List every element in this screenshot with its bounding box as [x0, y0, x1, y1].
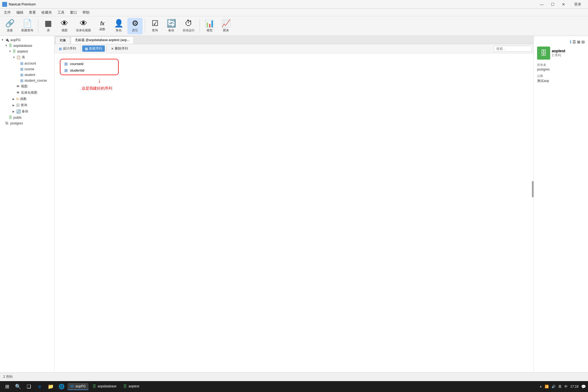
toolbar-other[interactable]: ⚙ 其它: [127, 18, 143, 34]
maximize-button[interactable]: ☐: [548, 1, 558, 8]
seq-icon-studentid: ▦: [64, 68, 68, 72]
design-sequence-button[interactable]: ▦ 设计序列: [56, 45, 79, 52]
sidebar-item-aoptest[interactable]: ▼ 🗄 aoptest: [0, 48, 54, 54]
menu-file[interactable]: 文件: [1, 9, 14, 16]
taskbar-aopdatabase-label: aopdatabase: [98, 384, 117, 388]
taskbar-edge[interactable]: e: [35, 382, 45, 391]
taskbar-system-area: ∧ 📶 🔊 英 中 17:19 💬: [540, 384, 586, 389]
sidebar-item-queries-folder[interactable]: ▶ ☑ 查询: [0, 102, 54, 108]
toolbar-chart[interactable]: 📈 图表: [218, 18, 234, 34]
search-input[interactable]: [494, 46, 532, 52]
expand-arrow-aoptest[interactable]: ▼: [9, 50, 13, 53]
sequence-item-studentid[interactable]: ▦ studentid: [62, 67, 117, 74]
status-bar: 2 序列: [0, 372, 588, 381]
toolbar-function[interactable]: fx 函数: [95, 18, 110, 34]
sidebar-item-account[interactable]: ▦ account: [0, 60, 54, 66]
minimize-button[interactable]: —: [537, 1, 547, 8]
tab-untitled-sequence[interactable]: 无标题 @aopdatabase.aoptest (aop...: [71, 36, 134, 44]
expand-arrow-tables[interactable]: ▼: [13, 56, 16, 59]
toolbar-new-query[interactable]: 📄 新建查询: [19, 18, 36, 34]
expand-arrow-aopdatabase[interactable]: ▼: [5, 44, 9, 47]
menu-favorites[interactable]: 收藏夹: [39, 9, 55, 16]
system-tray-sound[interactable]: 🔊: [552, 385, 556, 388]
postgres-icon: 🐘: [5, 121, 9, 125]
mat-views-folder-icon: 👁: [16, 91, 20, 95]
info-expand[interactable]: ⊞: [577, 40, 580, 44]
delete-sequence-button[interactable]: ✕ 删除序列: [108, 45, 131, 52]
sidebar-item-views-folder[interactable]: 👁 视图: [0, 83, 54, 90]
new-seq-icon: ▦: [85, 47, 88, 51]
toolbar-view[interactable]: 👁 视图: [57, 18, 72, 34]
annotation-arrow: ↑: [98, 78, 101, 85]
tables-folder-label: 表: [22, 55, 25, 60]
sidebar-item-functions-folder[interactable]: ▶ fx 函数: [0, 96, 54, 102]
aoptest-label: aoptest: [17, 50, 28, 53]
info-split[interactable]: ⊟: [581, 40, 585, 44]
sidebar-item-student[interactable]: ▦ student: [0, 72, 54, 78]
taskbar-chrome[interactable]: 🌐: [57, 382, 66, 391]
role-label: 角色: [116, 28, 122, 32]
course-label: course: [24, 67, 34, 71]
sidebar-item-backup-folder[interactable]: ▶ 🔄 备份: [0, 108, 54, 115]
expand-arrow-queries[interactable]: ▶: [13, 104, 16, 107]
sidebar-item-mat-views-folder[interactable]: 👁 实体化视图: [0, 90, 54, 96]
info-icon[interactable]: ℹ: [570, 39, 571, 44]
connection-icon: 🔌: [5, 38, 9, 42]
title-bar-left: Navicat Premium: [2, 2, 36, 7]
info-owner-section: 所有者 postgres: [537, 63, 585, 71]
new-sequence-button[interactable]: ▦ 新建序列: [82, 45, 105, 52]
toolbar-backup[interactable]: 🔄 备份: [164, 18, 179, 34]
menu-edit[interactable]: 编辑: [14, 9, 26, 16]
connect-label: 连接: [7, 28, 13, 32]
taskbar-aoptest[interactable]: 🗄 aoptest: [120, 383, 142, 390]
system-tray-up[interactable]: ∧: [540, 385, 542, 388]
sidebar-item-student-course[interactable]: ▦ student_course: [0, 78, 54, 83]
taskbar-aopdatabase-icon: 🗄: [92, 384, 96, 388]
sequence-item-courseid[interactable]: ▦ courseid: [62, 60, 117, 67]
toolbar-role[interactable]: 👤 角色: [111, 18, 126, 34]
sidebar-item-aoppg[interactable]: ▼ 🔌 aopPG: [0, 37, 54, 43]
student-course-label: student_course: [24, 79, 47, 82]
sidebar-item-public[interactable]: 🗄 public: [0, 115, 54, 120]
taskbar-aopdatabase[interactable]: 🗄 aopdatabase: [90, 383, 119, 390]
toolbar-schedule[interactable]: ⏱ 自动运行: [180, 18, 197, 34]
info-title: aoptest: [552, 49, 565, 53]
taskbar-aoppg[interactable]: W aopPG: [68, 383, 88, 390]
function-label: 函数: [99, 27, 105, 31]
task-view-button[interactable]: ❑: [24, 382, 34, 391]
notification-btn[interactable]: 💬: [581, 384, 586, 389]
sidebar-item-postgres[interactable]: 🐘 postgres: [0, 120, 54, 126]
toolbar-materialized-view[interactable]: 👁 实体化视图: [73, 18, 94, 34]
sidebar-item-tables-folder[interactable]: ▼ 📋 表: [0, 54, 54, 60]
sidebar-item-course[interactable]: ▦ course: [0, 66, 54, 72]
tab-objects[interactable]: 对象: [56, 37, 70, 44]
info-list-view[interactable]: ☰: [572, 40, 576, 44]
search-button[interactable]: 🔍: [13, 382, 23, 391]
close-button[interactable]: ✕: [559, 1, 568, 8]
comment-value: 测试aop: [537, 79, 585, 83]
taskbar-explorer[interactable]: 📁: [46, 382, 56, 391]
expand-arrow-functions[interactable]: ▶: [13, 97, 16, 100]
lang-indicator[interactable]: 英: [558, 384, 562, 389]
start-button[interactable]: ⊞: [2, 382, 12, 391]
menu-tools[interactable]: 工具: [55, 9, 67, 16]
menu-bar: 文件 编辑 查看 收藏夹 工具 窗口 帮助: [0, 9, 588, 16]
toolbar-separator-1: [38, 19, 38, 33]
expand-arrow-backup[interactable]: ▶: [13, 110, 16, 113]
materialized-view-label: 实体化视图: [76, 28, 91, 32]
sidebar-item-aopdatabase[interactable]: ▼ 🗄 aopdatabase: [0, 43, 54, 48]
table-label: 表: [47, 28, 50, 32]
expand-arrow-aoppg[interactable]: ▼: [1, 38, 5, 41]
login-button[interactable]: 登录: [569, 1, 586, 8]
table-icon-account: ▦: [20, 61, 23, 65]
toolbar-connect[interactable]: 🔗 连接: [2, 18, 17, 34]
toolbar-query[interactable]: ☑ 查询: [147, 18, 163, 34]
system-tray-wifi[interactable]: 📶: [545, 385, 549, 388]
toolbar-table[interactable]: ▦ 表: [41, 18, 56, 34]
toolbar-model[interactable]: 📊 模型: [202, 18, 217, 34]
scrollbar-handle[interactable]: [532, 181, 534, 197]
menu-help[interactable]: 帮助: [80, 9, 92, 16]
menu-view[interactable]: 查看: [26, 9, 39, 16]
new-seq-label: 新建序列: [89, 46, 102, 51]
menu-window[interactable]: 窗口: [67, 9, 80, 16]
